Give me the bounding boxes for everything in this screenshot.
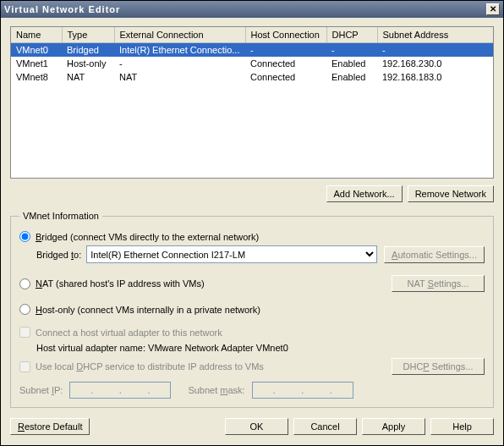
cell-type: NAT: [62, 70, 114, 84]
cell-subnet: -: [377, 43, 493, 58]
network-buttons-row: Add Network... Remove Network: [10, 185, 494, 202]
dhcp-row: Use local DHCP service to distribute IP …: [19, 358, 485, 375]
hostonly-label[interactable]: Host-only (connect VMs internally in a p…: [36, 305, 260, 315]
connect-host-row: Connect a host virtual adapter to this n…: [19, 327, 485, 338]
use-dhcp-label: Use local DHCP service to distribute IP …: [36, 361, 385, 372]
cell-dhcp: -: [326, 43, 377, 58]
cell-ext: -: [114, 57, 245, 70]
subnet-row: Subnet IP: ... Subnet mask: ...: [19, 382, 485, 399]
titlebar: Virtual Network Editor ✕: [1, 1, 503, 18]
automatic-settings-button: Automatic Settings...: [384, 246, 485, 263]
subnet-ip-field: ...: [69, 382, 171, 399]
cell-name: VMnet1: [11, 57, 62, 70]
connect-host-checkbox: [19, 327, 30, 338]
col-ext[interactable]: External Connection: [114, 27, 245, 43]
dhcp-settings-button: DHCP Settings...: [392, 358, 485, 375]
nat-radio[interactable]: [19, 278, 30, 289]
col-type[interactable]: Type: [62, 27, 114, 43]
bridged-to-row: Bridged to: Intel(R) Ethernet Connection…: [36, 245, 485, 263]
add-network-button[interactable]: Add Network...: [326, 185, 403, 202]
cell-host: -: [245, 43, 326, 58]
table-row[interactable]: VMnet0BridgedIntel(R) Ethernet Connectio…: [11, 43, 493, 58]
cell-dhcp: Enabled: [326, 70, 377, 84]
apply-button[interactable]: Apply: [362, 418, 425, 435]
window-root: Virtual Network Editor ✕ Name Type Exter…: [0, 0, 504, 446]
table-row[interactable]: VMnet1Host-only-ConnectedEnabled192.168.…: [11, 57, 493, 70]
vmnet-info-group: VMnet Information Bridged (connect VMs d…: [10, 211, 494, 408]
help-button[interactable]: Help: [430, 418, 494, 435]
cancel-button[interactable]: Cancel: [293, 418, 357, 435]
window-title: Virtual Network Editor: [4, 4, 120, 14]
cell-subnet: 192.168.230.0: [377, 57, 493, 70]
col-name[interactable]: Name: [11, 27, 62, 43]
ok-button[interactable]: OK: [225, 418, 288, 435]
close-icon[interactable]: ✕: [486, 3, 500, 15]
col-dhcp[interactable]: DHCP: [326, 27, 377, 43]
cell-name: VMnet0: [11, 43, 62, 58]
cell-subnet: 192.168.183.0: [377, 70, 493, 84]
bridged-radio-row: Bridged (connect VMs directly to the ext…: [19, 231, 485, 242]
bridged-to-label: Bridged to:: [36, 250, 81, 260]
hostonly-radio-row: Host-only (connect VMs internally in a p…: [19, 304, 485, 315]
col-subnet[interactable]: Subnet Address: [377, 27, 493, 43]
use-dhcp-checkbox: [19, 361, 30, 372]
content: Name Type External Connection Host Conne…: [1, 18, 503, 445]
bottom-buttons: Restore Default OK Cancel Apply Help: [10, 418, 494, 435]
bridged-label[interactable]: Bridged (connect VMs directly to the ext…: [36, 232, 259, 242]
subnet-mask-label: Subnet mask:: [188, 385, 244, 395]
subnet-ip-label: Subnet IP:: [19, 385, 63, 395]
table-header-row: Name Type External Connection Host Conne…: [11, 27, 493, 43]
hostonly-radio[interactable]: [19, 304, 30, 315]
restore-default-button[interactable]: Restore Default: [10, 418, 90, 435]
table-row[interactable]: VMnet8NATNATConnectedEnabled192.168.183.…: [11, 70, 493, 84]
col-host[interactable]: Host Connection: [245, 27, 326, 43]
group-legend: VMnet Information: [19, 211, 102, 221]
nat-radio-row: NAT (shared host's IP address with VMs) …: [19, 275, 485, 292]
network-table[interactable]: Name Type External Connection Host Conne…: [10, 26, 494, 179]
bridged-adapter-select[interactable]: Intel(R) Ethernet Connection I217-LM: [86, 245, 377, 263]
bridged-radio[interactable]: [19, 231, 30, 242]
cell-ext: NAT: [114, 70, 245, 84]
cell-dhcp: Enabled: [326, 57, 377, 70]
remove-network-button[interactable]: Remove Network: [408, 185, 494, 202]
nat-settings-button: NAT Settings...: [392, 275, 485, 292]
host-adapter-name: Host virtual adapter name: VMware Networ…: [36, 343, 485, 353]
cell-host: Connected: [245, 70, 326, 84]
nat-label[interactable]: NAT (shared host's IP address with VMs): [36, 278, 385, 289]
cell-name: VMnet8: [11, 70, 62, 84]
subnet-mask-field: ...: [252, 382, 353, 399]
cell-ext: Intel(R) Ethernet Connectio...: [114, 43, 245, 58]
cell-type: Host-only: [62, 57, 114, 70]
connect-host-label: Connect a host virtual adapter to this n…: [36, 328, 222, 338]
cell-type: Bridged: [62, 43, 114, 58]
cell-host: Connected: [245, 57, 326, 70]
